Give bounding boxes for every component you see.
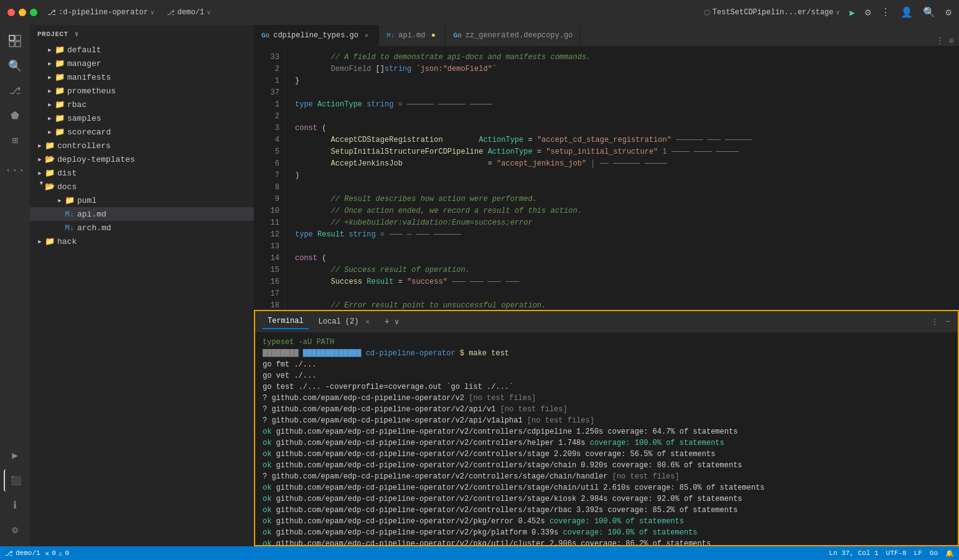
folder-icon-manifests: 📁: [55, 72, 65, 82]
go-file-icon: Go: [261, 32, 269, 39]
tab-label-zz: zz_generated.deepcopy.go: [465, 31, 573, 40]
folder-icon-puml: 📁: [65, 195, 75, 205]
terminal-dropdown-icon[interactable]: ∨: [395, 317, 399, 327]
title-chevron-icon: ∨: [151, 9, 154, 16]
run-button[interactable]: ▶: [849, 7, 854, 18]
settings-icon[interactable]: ⚙: [865, 6, 871, 19]
terminal-line-gofmt: go fmt ./...: [263, 359, 950, 370]
info-icon[interactable]: ℹ: [4, 494, 26, 516]
tab-dot-api-md: ●: [429, 31, 437, 40]
tab-close-cdpipeline[interactable]: ✕: [362, 31, 371, 40]
folder-icon-dist: 📁: [45, 168, 55, 178]
terminal-tab-close-icon[interactable]: ✕: [366, 319, 370, 325]
activity-bar: 🔍 ⎇ ⬟ ⊞ ··· ▶ ⬛ ℹ ⚙: [0, 25, 30, 546]
play-activity-icon[interactable]: ▶: [4, 444, 26, 467]
search-icon[interactable]: 🔍: [923, 6, 935, 19]
tree-item-docs[interactable]: ▶ 📂 docs: [30, 180, 254, 194]
more-icon[interactable]: ⋮: [881, 6, 891, 19]
settings-activity-icon[interactable]: ⚙: [4, 519, 26, 541]
status-bar: ⎇ demo/1 ✕ 0 ⚠ 0 Ln 37, Col 1 UTF-8 LF G…: [0, 546, 959, 560]
tree-item-controllers[interactable]: ▶ 📁 controllers: [30, 139, 254, 152]
terminal-line-3: ? github.com/epam/edp-cd-pipeline-operat…: [263, 415, 950, 426]
dots-icon[interactable]: ···: [4, 159, 26, 182]
status-encoding[interactable]: UTF-8: [886, 549, 907, 558]
sidebar-tree: ▶ 📁 default ▶ 📁 manager ▶ 📁 manifests ▶ …: [30, 43, 254, 546]
tree-item-prometheus[interactable]: ▶ 📁 prometheus: [30, 84, 254, 98]
warning-icon: ⚠: [58, 549, 63, 558]
terminal-content[interactable]: typeset -aU PATH ████████ █████████████ …: [255, 333, 958, 545]
tree-item-arch-md[interactable]: ▶ M↓ arch.md: [30, 221, 254, 235]
terminal-line-8: ? github.com/epam/edp-cd-pipeline-operat…: [263, 471, 950, 482]
tree-item-default[interactable]: ▶ 📁 default: [30, 43, 254, 57]
terminal-tab-local[interactable]: Local (2) ✕: [314, 315, 375, 329]
tree-item-api-md[interactable]: ▶ M↓ api.md: [30, 207, 254, 221]
branch-status-icon: ⎇: [5, 549, 13, 558]
terminal-line-typeset: typeset -aU PATH: [263, 337, 950, 348]
terminal-more-icon[interactable]: ⋮: [931, 317, 938, 327]
git-icon: ⎇: [47, 8, 56, 17]
tab-zz-generated[interactable]: Go zz_generated.deepcopy.go: [446, 25, 581, 46]
status-line-col[interactable]: Ln 37, Col 1: [829, 549, 878, 558]
branch-icon: ⎇: [167, 9, 175, 17]
traffic-lights: [7, 9, 37, 16]
search-activity-icon[interactable]: 🔍: [4, 55, 26, 77]
tree-item-samples[interactable]: ▶ 📁 samples: [30, 111, 254, 125]
terminal-local-label: Local (2): [319, 317, 359, 326]
folder-icon-default: 📁: [55, 45, 65, 55]
terminal-minimize-icon[interactable]: —: [946, 317, 950, 326]
folder-arrow-icon: ▶: [45, 58, 55, 68]
terminal-add-button[interactable]: +: [385, 317, 390, 327]
extensions-activity-icon[interactable]: ⊞: [4, 129, 26, 152]
tree-label-hack: hack: [57, 237, 77, 246]
layout-icon[interactable]: ≡: [949, 36, 954, 46]
tree-item-dist[interactable]: ▶ 📁 dist: [30, 166, 254, 180]
close-button[interactable]: [7, 9, 15, 16]
tab-api-md[interactable]: M↓ api.md ●: [379, 25, 446, 46]
minimize-button[interactable]: [19, 9, 26, 16]
status-errors[interactable]: ✕ 0 ⚠ 0: [45, 549, 69, 558]
status-language[interactable]: Go: [930, 549, 938, 558]
tree-item-scorecard[interactable]: ▶ 📁 scorecard: [30, 125, 254, 139]
terminal-line-11: ok github.com/epam/edp-cd-pipeline-opera…: [263, 505, 950, 516]
terminal-line-1: ? github.com/epam/edp-cd-pipeline-operat…: [263, 393, 950, 404]
tree-label-puml: puml: [77, 196, 96, 205]
main-layout: 🔍 ⎇ ⬟ ⊞ ··· ▶ ⬛ ℹ ⚙ Project ∨ ▶ 📁 defaul…: [0, 25, 959, 546]
folder-icon-controllers: 📁: [45, 141, 55, 151]
tab-label-api-md: api.md: [398, 31, 425, 40]
folder-icon-samples: 📁: [55, 113, 65, 123]
status-branch[interactable]: ⎇ demo/1: [5, 549, 40, 558]
debug-icon[interactable]: ⬟: [4, 105, 26, 127]
terminal-line-govet: go vet ./...: [263, 370, 950, 381]
sidebar-title: Project: [37, 30, 68, 38]
tab-bar: Go cdpipeline_types.go ✕ M↓ api.md ● Go …: [254, 25, 959, 47]
tree-label-dist: dist: [57, 169, 77, 178]
tree-label-docs: docs: [57, 182, 77, 192]
account-icon[interactable]: 👤: [901, 6, 913, 19]
code-editor[interactable]: // A field to demonstrate api-docs and m…: [285, 47, 950, 310]
extensions-icon[interactable]: ⚙: [945, 6, 952, 19]
sidebar-dropdown-icon[interactable]: ∨: [75, 30, 79, 38]
maximize-button[interactable]: [30, 9, 37, 16]
tree-item-rbac[interactable]: ▶ 📁 rbac: [30, 98, 254, 111]
tab-cdpipeline-types[interactable]: Go cdpipeline_types.go ✕: [254, 25, 379, 46]
tree-item-manifests[interactable]: ▶ 📁 manifests: [30, 70, 254, 84]
editor-scrollbar[interactable]: [950, 47, 959, 310]
tree-item-manager[interactable]: ▶ 📁 manager: [30, 57, 254, 70]
folder-icon-docs: 📂: [45, 182, 55, 192]
tree-item-hack[interactable]: ▶ 📁 hack: [30, 235, 254, 248]
activity-bar-bottom: ▶ ⬛ ℹ ⚙: [4, 444, 26, 541]
folder-arrow-icon: ▶: [45, 113, 55, 123]
explorer-icon[interactable]: [4, 30, 26, 52]
tree-item-puml[interactable]: ▶ 📁 puml: [30, 194, 254, 207]
source-control-icon[interactable]: ⎇: [4, 80, 26, 102]
terminal-line-6: ok github.com/epam/edp-cd-pipeline-opera…: [263, 449, 950, 460]
status-notification-icon[interactable]: 🔔: [945, 549, 954, 558]
terminal-tab-terminal[interactable]: Terminal: [263, 314, 309, 329]
line-numbers: 33 2 1 37 1 2 3 4 5 6 7 8 9 10 11 12 13 …: [254, 47, 285, 310]
terminal-activity-icon[interactable]: ⬛: [4, 469, 26, 492]
tree-item-deploy-templates[interactable]: ▶ 📂 deploy-templates: [30, 152, 254, 166]
status-line-ending[interactable]: LF: [914, 549, 922, 558]
status-branch-name: demo/1: [16, 549, 40, 557]
terminal-line-12: ok github.com/epam/edp-cd-pipeline-opera…: [263, 516, 950, 527]
split-editor-icon[interactable]: ⋮: [935, 35, 944, 46]
